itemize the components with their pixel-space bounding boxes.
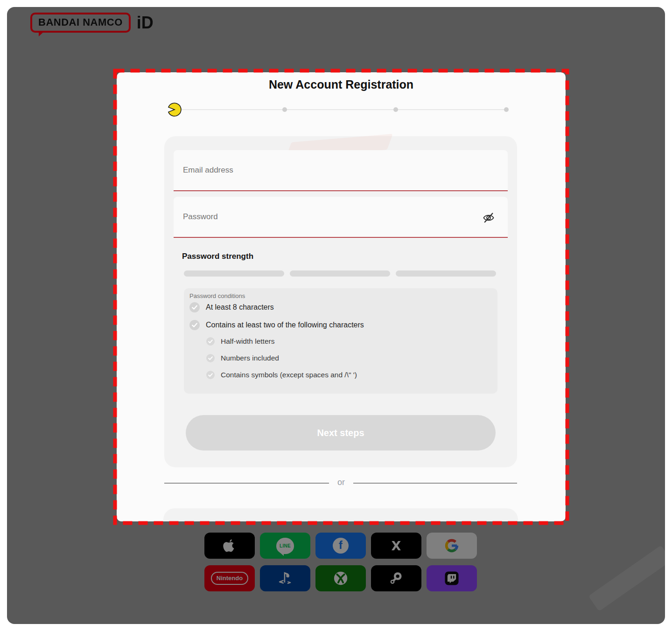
password-conditions-box: Password conditions At least 8 character…	[184, 288, 497, 394]
password-conditions-label: Password conditions	[189, 292, 245, 299]
registration-card: New Account Registration Password streng…	[117, 72, 566, 521]
steam-icon	[388, 570, 405, 587]
twitch-login-button[interactable]	[427, 565, 477, 591]
form-panel: Password strength Password conditions At…	[164, 136, 517, 467]
facebook-icon: f	[333, 538, 349, 554]
twitch-icon	[444, 570, 460, 586]
check-circle-icon	[206, 337, 215, 346]
pacman-progress-icon	[167, 102, 182, 117]
condition-text: At least 8 characters	[206, 303, 274, 312]
progress-step-3-dot	[393, 107, 398, 112]
playstation-login-button[interactable]	[260, 565, 310, 591]
email-input[interactable]	[174, 150, 508, 191]
password-input[interactable]	[174, 197, 508, 238]
playstation-icon	[277, 570, 294, 587]
background-streak	[588, 545, 665, 611]
sub-condition-text: Contains symbols (except spaces and /\" …	[221, 371, 357, 379]
xbox-login-button[interactable]	[315, 565, 366, 591]
divider-line-right	[353, 483, 517, 484]
condition-text: Contains at least two of the following c…	[206, 321, 364, 329]
strength-bar-1	[184, 270, 284, 277]
line-icon: LINE	[276, 538, 294, 554]
x-login-button[interactable]: X	[371, 533, 421, 559]
password-strength-label: Password strength	[182, 252, 253, 261]
sub-condition-row: Numbers included	[206, 354, 279, 362]
apple-icon	[223, 539, 237, 553]
apple-login-button[interactable]	[204, 533, 255, 559]
sub-condition-row: Half-width letters	[206, 337, 274, 346]
facebook-login-button[interactable]: f	[315, 533, 366, 559]
logo-brand-text: BANDAI NAMCO	[38, 16, 123, 28]
strength-bar-2	[290, 270, 390, 277]
progress-line	[181, 109, 507, 110]
logo-id-text: iD	[137, 14, 154, 31]
nintendo-icon: Nintendo	[211, 572, 248, 585]
check-circle-icon	[206, 371, 215, 379]
check-circle-icon	[206, 354, 215, 362]
condition-row: At least 8 characters	[189, 302, 274, 312]
bandai-namco-id-logo: BANDAI NAMCO iD	[30, 13, 154, 33]
nintendo-login-button[interactable]: Nintendo	[204, 565, 255, 591]
eye-off-icon	[482, 211, 495, 224]
condition-row: Contains at least two of the following c…	[189, 320, 364, 330]
x-icon: X	[392, 539, 401, 553]
progress-step-4-dot	[504, 107, 509, 112]
steam-login-button[interactable]	[371, 565, 421, 591]
next-steps-button[interactable]: Next steps	[186, 415, 496, 451]
page-backdrop: BANDAI NAMCO iD New Account Registration	[7, 7, 665, 624]
check-circle-icon	[189, 302, 200, 312]
strength-bar-3	[396, 270, 496, 277]
google-icon	[444, 538, 460, 554]
sub-condition-row: Contains symbols (except spaces and /\" …	[206, 371, 357, 379]
check-circle-icon	[189, 320, 200, 330]
toggle-password-visibility-button[interactable]	[481, 210, 497, 226]
social-login-grid: LINE f X Nintendo	[204, 533, 477, 591]
sub-condition-text: Half-width letters	[221, 337, 274, 346]
google-login-button[interactable]	[427, 533, 477, 559]
sub-condition-text: Numbers included	[221, 354, 279, 362]
line-login-button[interactable]: LINE	[260, 533, 310, 559]
bandai-namco-logo-bubble: BANDAI NAMCO	[30, 13, 131, 33]
xbox-icon	[332, 570, 349, 587]
progress-step-2-dot	[282, 107, 287, 112]
social-login-panel	[163, 508, 518, 521]
page-title: New Account Registration	[117, 78, 566, 91]
